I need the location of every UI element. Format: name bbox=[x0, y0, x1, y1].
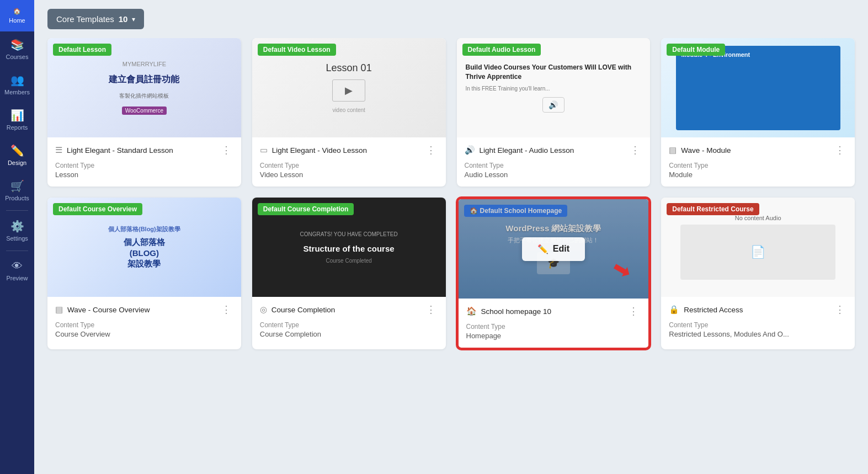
card-body-restricted: 🔒 Restricted Access ⋮ Content Type Restr… bbox=[661, 297, 855, 346]
card-title-course-overview: Wave - Course Overview bbox=[67, 306, 150, 314]
card-menu-course-overview[interactable]: ⋮ bbox=[219, 302, 233, 317]
sidebar-item-members-label: Members bbox=[4, 89, 30, 95]
module-inner: Module 4 - Environment bbox=[676, 46, 840, 130]
template-grid: Default Lesson MYMERRYLIFE 建立會員註冊功能 客製化插… bbox=[34, 38, 868, 474]
card-badge-restricted: Default Restricted Course bbox=[667, 203, 759, 215]
card-default-lesson[interactable]: Default Lesson MYMERRYLIFE 建立會員註冊功能 客製化插… bbox=[47, 38, 241, 187]
sidebar-item-reports[interactable]: 📊 Reports bbox=[0, 102, 34, 137]
card-badge-video: Default Video Lesson bbox=[258, 44, 336, 56]
settings-icon: ⚙️ bbox=[10, 220, 24, 233]
sidebar-item-courses-label: Courses bbox=[6, 54, 29, 60]
edit-overlay: ✏️ Edit bbox=[459, 199, 649, 299]
sidebar-item-preview[interactable]: 👁 Preview bbox=[0, 253, 34, 288]
sidebar: 🏠 Home 📚 Courses 👥 Members 📊 Reports ✏️ … bbox=[0, 0, 34, 474]
card-menu-restricted[interactable]: ⋮ bbox=[833, 302, 847, 317]
card-meta-value-module: Module bbox=[669, 171, 847, 179]
card-meta-label-completion: Content Type bbox=[260, 321, 438, 329]
card-menu-video[interactable]: ⋮ bbox=[424, 143, 438, 157]
card-body-module: ▤ Wave - Module ⋮ Content Type Module bbox=[661, 137, 855, 187]
chevron-down-icon: ▾ bbox=[132, 15, 135, 23]
template-selector-button[interactable]: Core Templates 10 ▾ bbox=[47, 9, 144, 29]
sidebar-item-courses[interactable]: 📚 Courses bbox=[0, 31, 34, 67]
card-menu-audio[interactable]: ⋮ bbox=[628, 143, 642, 157]
sidebar-item-members[interactable]: 👥 Members bbox=[0, 67, 34, 102]
template-selector-count: 10 bbox=[119, 14, 128, 24]
card-thumbnail-audio: Default Audio Lesson Build Video Courses… bbox=[457, 38, 651, 137]
card-body-course-overview: ▤ Wave - Course Overview ⋮ Content Type … bbox=[47, 297, 241, 346]
card-menu-module[interactable]: ⋮ bbox=[833, 143, 847, 157]
card-title-completion: Course Completion bbox=[271, 306, 336, 314]
sidebar-item-reports-label: Reports bbox=[7, 124, 28, 131]
card-default-audio-lesson[interactable]: Default Audio Lesson Build Video Courses… bbox=[457, 38, 651, 187]
card-meta-label-homepage: Content Type bbox=[466, 323, 641, 331]
card-meta-label-course-overview: Content Type bbox=[55, 321, 233, 329]
card-menu-completion[interactable]: ⋮ bbox=[424, 302, 438, 317]
card-meta-value-completion: Course Completion bbox=[260, 330, 438, 338]
card-title-video: Light Elegant - Video Lesson bbox=[272, 146, 367, 155]
course-overview-type-icon: ▤ bbox=[55, 305, 63, 315]
sidebar-divider-2 bbox=[6, 251, 28, 251]
card-default-video-lesson[interactable]: Default Video Lesson Lesson 01 ▶ video c… bbox=[252, 38, 446, 187]
template-selector-label: Core Templates bbox=[56, 14, 114, 24]
card-menu-homepage[interactable]: ⋮ bbox=[626, 304, 641, 318]
sidebar-item-products-label: Products bbox=[5, 195, 29, 201]
card-default-course-overview[interactable]: Default Course Overview 個人部落格(Blog)架設教學 … bbox=[47, 198, 241, 349]
card-meta-label-video: Content Type bbox=[260, 162, 438, 169]
card-meta-label-restricted: Content Type bbox=[669, 321, 847, 329]
card-meta-value-restricted: Restricted Lessons, Modules And O... bbox=[669, 330, 847, 338]
card-thumbnail-video: Default Video Lesson Lesson 01 ▶ video c… bbox=[252, 38, 446, 137]
card-body-completion: ◎ Course Completion ⋮ Content Type Cours… bbox=[252, 297, 446, 346]
video-player-icon: ▶ bbox=[332, 79, 365, 102]
sidebar-item-settings-label: Settings bbox=[6, 235, 28, 242]
card-badge-completion: Default Course Completion bbox=[258, 203, 354, 215]
sidebar-item-design-label: Design bbox=[8, 159, 26, 166]
reports-icon: 📊 bbox=[10, 109, 24, 122]
card-title-audio: Light Elegant - Audio Lesson bbox=[480, 146, 574, 155]
design-icon: ✏️ bbox=[10, 144, 24, 157]
card-body-video: ▭ Light Elegant - Video Lesson ⋮ Content… bbox=[252, 137, 446, 187]
card-default-module[interactable]: Default Module Module 4 - Environment ▤ … bbox=[661, 38, 855, 187]
card-default-course-completion[interactable]: Default Course Completion CONGRATS! YOU … bbox=[252, 198, 446, 349]
card-thumbnail-completion: Default Course Completion CONGRATS! YOU … bbox=[252, 198, 446, 297]
edit-button[interactable]: ✏️ Edit bbox=[522, 237, 585, 261]
card-meta-label-module: Content Type bbox=[669, 162, 847, 169]
card-meta-value-audio: Audio Lesson bbox=[465, 171, 643, 179]
card-title-lesson: Light Elegant - Standard Lesson bbox=[67, 146, 173, 155]
members-icon: 👥 bbox=[10, 73, 24, 87]
card-badge-lesson: Default Lesson bbox=[53, 44, 111, 56]
preview-icon: 👁 bbox=[12, 260, 23, 273]
sidebar-item-home-label: Home bbox=[9, 17, 25, 24]
card-title-module: Wave - Module bbox=[681, 146, 731, 155]
products-icon: 🛒 bbox=[10, 179, 24, 193]
card-meta-value-homepage: Homepage bbox=[466, 332, 641, 340]
topbar: Core Templates 10 ▾ bbox=[34, 0, 868, 38]
sidebar-item-home[interactable]: 🏠 Home bbox=[0, 0, 34, 31]
restricted-type-icon: 🔒 bbox=[669, 305, 679, 315]
card-title-homepage: School homepage 10 bbox=[481, 307, 552, 316]
card-body-homepage: 🏠 School homepage 10 ⋮ Content Type Home… bbox=[459, 299, 649, 348]
card-thumbnail-lesson: Default Lesson MYMERRYLIFE 建立會員註冊功能 客製化插… bbox=[47, 38, 241, 137]
card-meta-value-video: Video Lesson bbox=[260, 171, 438, 179]
audio-type-icon: 🔊 bbox=[465, 145, 475, 155]
card-body-lesson: ☰ Light Elegant - Standard Lesson ⋮ Cont… bbox=[47, 137, 241, 187]
card-thumbnail-course-overview: Default Course Overview 個人部落格(Blog)架設教學 … bbox=[47, 198, 241, 297]
card-default-school-homepage[interactable]: 🏠 Default School Homepage WordPress 網站架設… bbox=[457, 198, 651, 349]
lesson-type-icon: ☰ bbox=[55, 145, 62, 155]
card-menu-lesson[interactable]: ⋮ bbox=[219, 143, 233, 157]
card-meta-label-lesson: Content Type bbox=[55, 162, 233, 169]
card-body-audio: 🔊 Light Elegant - Audio Lesson ⋮ Content… bbox=[457, 137, 651, 187]
card-thumbnail-module: Default Module Module 4 - Environment bbox=[661, 38, 855, 137]
card-default-restricted[interactable]: Default Restricted Course No content Aud… bbox=[661, 198, 855, 349]
edit-button-label: Edit bbox=[553, 244, 569, 254]
video-type-icon: ▭ bbox=[260, 145, 268, 155]
sidebar-item-settings[interactable]: ⚙️ Settings bbox=[0, 213, 34, 248]
sidebar-item-design[interactable]: ✏️ Design bbox=[0, 137, 34, 173]
main-content: Core Templates 10 ▾ Default Lesson MYMER… bbox=[34, 0, 868, 474]
courses-icon: 📚 bbox=[10, 38, 24, 51]
sidebar-divider bbox=[6, 210, 28, 211]
homepage-type-icon: 🏠 bbox=[466, 306, 477, 316]
card-meta-value-course-overview: Course Overview bbox=[55, 330, 233, 338]
pencil-icon: ✏️ bbox=[537, 244, 549, 254]
sidebar-item-products[interactable]: 🛒 Products bbox=[0, 173, 34, 208]
home-icon: 🏠 bbox=[13, 8, 21, 15]
